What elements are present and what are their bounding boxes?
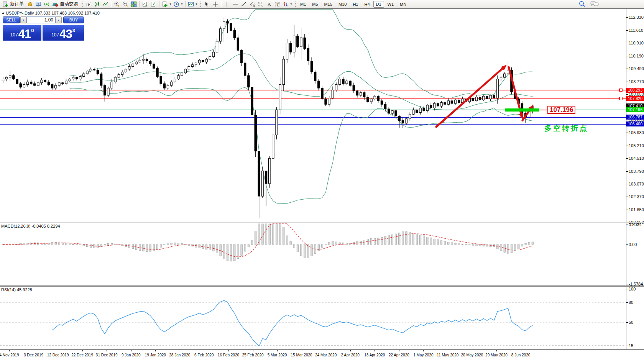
price-annotation-box[interactable]: 107.196 [547,106,575,114]
annotations-layer [436,65,548,127]
candlestick-chart-button[interactable] [93,0,101,8]
market-icon [27,1,33,7]
text-button[interactable]: A [265,0,273,8]
market-button[interactable] [26,0,34,8]
volume-increase-button[interactable]: ▲ [56,16,62,23]
tile-windows-button[interactable] [130,0,138,8]
fibonacci-button[interactable]: F [256,0,265,8]
terminal-button[interactable] [34,0,43,8]
timeframe-button-M30[interactable]: M30 [336,1,349,8]
chat-icon[interactable] [590,1,599,7]
date-label: 22 Apr 2020 [389,353,409,357]
date-label: 28 Jan 2020 [169,353,190,357]
price-axis[interactable]: 112.330111.610110.910110.190109.490108.7… [626,9,644,350]
chevron-down-icon: ▼ [195,3,198,5]
timeframe-button-MN[interactable]: MN [397,1,409,8]
macd-pane[interactable] [0,223,626,286]
rsi-pane[interactable] [0,287,626,350]
pane-separator[interactable] [0,286,644,287]
main-price-chart[interactable] [0,9,626,222]
date-tick [204,350,204,351]
date-tick [58,350,58,351]
rsi-line [52,300,532,346]
zoom-out-button[interactable] [121,0,130,8]
date-label: 2 Apr 2020 [341,353,360,357]
new-order-button[interactable] [1,0,10,8]
toolbar-grip [200,1,202,7]
timeframe-button-H1[interactable]: H1 [350,1,361,8]
toolbar-right-group [579,1,599,7]
line-handle[interactable] [619,89,622,92]
templates-button[interactable]: ▼ [187,0,199,8]
auto-scroll-button[interactable] [141,0,150,8]
auto-trading-button[interactable] [51,0,59,8]
fibonacci-icon: F [258,1,264,7]
zoom-in-button[interactable] [113,0,121,8]
zoom-in-icon [114,1,120,7]
trendline-icon [241,1,247,7]
rsi-axis-tick: 100 [629,287,636,291]
date-label: 16 Feb 2020 [218,353,239,357]
price-tick: 103.790 [629,169,644,174]
price-tick: 110.190 [629,54,644,58]
periods-button[interactable]: ▼ [172,0,184,8]
rsi-value: 45.9228 [17,287,32,292]
signals-button[interactable] [43,0,51,8]
equidistant-channel-button[interactable]: E [248,0,256,8]
date-tick [277,350,278,351]
auto-trading-label[interactable]: 自动交易 [60,1,78,7]
date-tick [253,350,253,351]
date-axis[interactable]: 4 Nov 20193 Dec 201912 Dec 201922 Dec 20… [0,350,644,361]
date-tick [228,350,229,351]
svg-text:E: E [253,5,255,7]
volume-decrease-button[interactable]: ▼ [20,16,26,23]
collapse-icon[interactable]: ▲ [2,11,5,15]
date-tick [131,350,131,351]
vertical-line-button[interactable] [223,0,231,8]
date-label: 13 Apr 2020 [364,353,385,357]
line-chart-button[interactable] [101,0,110,8]
svg-text:F: F [262,5,263,7]
date-label: 9 Jan 2020 [122,353,141,357]
price-line-label: 106.787 [626,115,644,120]
new-order-icon [2,1,8,7]
turning-point-text[interactable]: 多空转折点 [544,123,588,133]
line-chart-icon [102,1,108,7]
trendline-button[interactable] [240,0,248,8]
date-label: 3 Dec 2019 [24,353,43,357]
timeframe-button-W1[interactable]: W1 [385,1,397,8]
line-handle[interactable] [619,97,622,100]
timeframe-button-H4[interactable]: H4 [361,1,372,8]
arrows-button[interactable]: ▼ [282,0,293,8]
crosshair-button[interactable] [211,0,220,8]
toolbar-separator [185,1,186,7]
text-label-button[interactable]: T [273,0,282,8]
buy-button[interactable]: BUY [63,16,84,23]
green-highlight-bar[interactable] [505,108,539,112]
price-tick: 108.770 [629,79,644,84]
toolbar-separator [111,1,112,7]
sell-button[interactable]: SELL [3,16,20,23]
cursor-button[interactable] [203,0,211,8]
chart-shift-button[interactable] [150,0,158,8]
horizontal-line-button[interactable] [231,0,240,8]
timeframe-button-M5[interactable]: M5 [309,1,320,8]
bar-chart-button[interactable] [84,0,93,8]
volume-input[interactable] [26,16,56,23]
timeframe-button-M1[interactable]: M1 [297,1,309,8]
macd-signal-line [3,224,532,257]
price-tick: 110.910 [629,41,644,45]
timeframe-button-M15[interactable]: M15 [322,1,335,8]
sell-price-tile[interactable]: 107 41 0 [3,25,41,41]
indicators-button[interactable]: ▼ [161,0,172,8]
date-tick [399,350,399,351]
buy-price-tile[interactable]: 107 43 3 [43,25,84,41]
pane-separator[interactable] [0,222,644,223]
date-tick [423,350,424,351]
new-order-label[interactable]: 新订单 [10,1,24,7]
search-icon[interactable] [579,1,586,7]
date-label: 24 Mar 2020 [315,353,337,357]
rsi-name: RSI(14) [1,287,16,292]
vertical-line-icon [224,1,230,7]
timeframe-button-D1[interactable]: D1 [373,1,384,8]
